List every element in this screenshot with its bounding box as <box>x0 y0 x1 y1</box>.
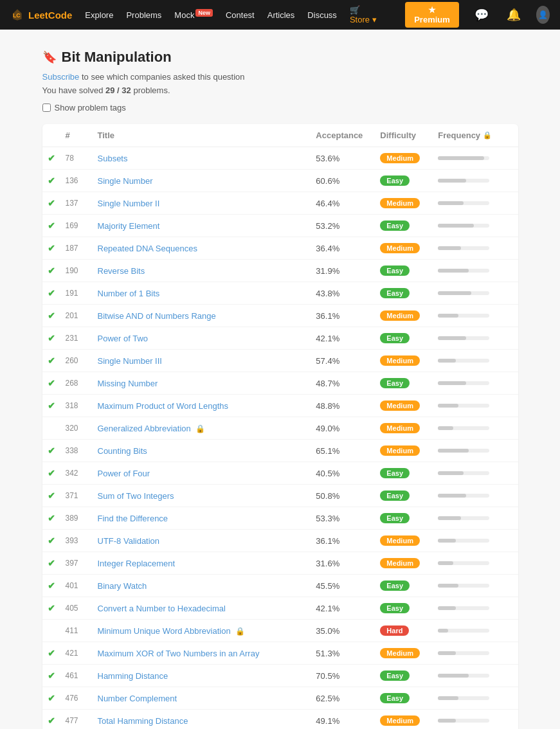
bell-icon[interactable]: 🔔 <box>504 8 523 22</box>
problem-link[interactable]: Minimum Unique Word Abbreviation <box>98 626 231 636</box>
lock-icon: 🔒 <box>235 627 245 636</box>
freq-bar-container <box>438 291 489 295</box>
freq-bar-container <box>438 719 489 723</box>
problem-title-cell: Generalized Abbreviation 🔒 <box>93 417 311 440</box>
difficulty-cell: Medium <box>375 192 433 215</box>
frequency-cell <box>433 170 518 192</box>
premium-button[interactable]: ★ Premium <box>405 2 459 28</box>
difficulty-badge: Easy <box>380 333 410 343</box>
problem-link[interactable]: Counting Bits <box>98 446 147 456</box>
show-tags-checkbox[interactable] <box>42 104 51 112</box>
problem-link[interactable]: UTF-8 Validation <box>98 536 160 546</box>
difficulty-badge: Medium <box>380 198 420 208</box>
acceptance-cell: 60.6% <box>311 170 375 192</box>
problem-number: 136 <box>60 170 93 192</box>
problem-link[interactable]: Binary Watch <box>98 581 147 591</box>
col-header-check <box>42 124 60 147</box>
freq-bar-container <box>438 359 489 363</box>
freq-bar-container <box>438 629 489 633</box>
problem-link[interactable]: Sum of Two Integers <box>98 491 174 501</box>
freq-bar <box>438 404 458 408</box>
nav-articles[interactable]: Articles <box>267 10 295 20</box>
nav-mock[interactable]: MockNew <box>174 10 213 20</box>
difficulty-badge: Medium <box>380 153 420 163</box>
problem-link[interactable]: Reverse Bits <box>98 266 145 276</box>
solved-check-cell: ✔ <box>42 552 60 575</box>
acceptance-cell: 43.8% <box>311 282 375 305</box>
problem-link[interactable]: Single Number III <box>98 356 162 366</box>
acceptance-cell: 49.0% <box>311 417 375 440</box>
difficulty-badge: Easy <box>380 670 410 681</box>
problem-link[interactable]: Single Number <box>98 176 153 186</box>
problem-link[interactable]: Missing Number <box>98 379 158 388</box>
nav-contest[interactable]: Contest <box>226 10 255 20</box>
avatar[interactable]: 👤 <box>536 6 550 24</box>
check-icon: ✔ <box>48 693 55 703</box>
problem-link[interactable]: Subsets <box>98 154 128 163</box>
col-header-title: Title <box>93 124 311 147</box>
problem-link[interactable]: Majority Element <box>98 221 160 231</box>
table-row: ✔ 268 Missing Number 48.7% Easy <box>42 372 518 395</box>
problem-title-cell: Single Number <box>93 170 311 192</box>
nav-explore[interactable]: Explore <box>85 10 113 20</box>
problem-link[interactable]: Bitwise AND of Numbers Range <box>98 311 216 321</box>
nav-discuss[interactable]: Discuss <box>307 10 337 20</box>
difficulty-badge: Easy <box>380 603 410 613</box>
difficulty-cell: Easy <box>375 260 433 282</box>
problem-link[interactable]: Maximum Product of Word Lengths <box>98 401 229 411</box>
problem-title-cell: Power of Two <box>93 327 311 350</box>
solved-check-cell: ✔ <box>42 237 60 260</box>
problem-link[interactable]: Integer Replacement <box>98 559 176 568</box>
problem-link[interactable]: Repeated DNA Sequences <box>98 244 197 253</box>
difficulty-cell: Hard <box>375 620 433 642</box>
difficulty-cell: Easy <box>375 327 433 350</box>
acceptance-cell: 45.5% <box>311 575 375 597</box>
check-icon: ✔ <box>48 446 55 456</box>
col-header-diff: Difficulty <box>375 124 433 147</box>
show-tags-label[interactable]: Show problem tags <box>55 103 126 113</box>
problem-link[interactable]: Maximum XOR of Two Numbers in an Array <box>98 649 260 658</box>
check-icon: ✔ <box>48 513 55 523</box>
problem-link[interactable]: Power of Four <box>98 469 150 478</box>
solved-check-cell: ✔ <box>42 147 60 170</box>
problem-link[interactable]: Power of Two <box>98 334 149 343</box>
problem-title-cell: Missing Number <box>93 372 311 395</box>
freq-bar-container <box>438 471 489 475</box>
problem-link[interactable]: Number Complement <box>98 694 177 703</box>
freq-bar-container <box>438 651 489 655</box>
problem-link[interactable]: Hamming Distance <box>98 671 168 681</box>
table-row: ✔ 338 Counting Bits 65.1% Medium <box>42 440 518 462</box>
difficulty-badge: Medium <box>380 536 420 546</box>
col-header-freq[interactable]: Frequency 🔒 <box>433 124 510 147</box>
nav-store[interactable]: 🛒 Store ▾ <box>350 5 379 24</box>
solved-check-cell <box>42 620 60 642</box>
problem-link[interactable]: Find the Difference <box>98 514 168 523</box>
logo[interactable]: LC LeetCode <box>10 8 72 22</box>
problem-link[interactable]: Total Hamming Distance <box>98 716 188 726</box>
solved-check-cell: ✔ <box>42 372 60 395</box>
difficulty-badge: Easy <box>380 266 410 276</box>
col-header-accept: Acceptance <box>311 124 375 147</box>
frequency-cell <box>433 687 518 710</box>
subscribe-link[interactable]: Subscribe <box>42 72 80 82</box>
frequency-cell <box>433 575 518 597</box>
problem-title-cell: Majority Element <box>93 215 311 237</box>
difficulty-badge: Medium <box>380 558 420 568</box>
solved-check-cell: ✔ <box>42 687 60 710</box>
chat-icon[interactable]: 💬 <box>472 8 491 22</box>
solved-check-cell: ✔ <box>42 215 60 237</box>
table-row: ✔ 401 Binary Watch 45.5% Easy <box>42 575 518 597</box>
check-icon: ✔ <box>48 580 55 591</box>
problem-number: 477 <box>60 710 93 730</box>
nav-problems[interactable]: Problems <box>126 10 161 20</box>
freq-bar <box>438 449 469 453</box>
frequency-cell <box>433 282 518 305</box>
problem-link[interactable]: Number of 1 Bits <box>98 289 160 298</box>
table-row: ✔ 476 Number Complement 62.5% Easy <box>42 687 518 710</box>
solved-check-cell: ✔ <box>42 485 60 507</box>
problem-link[interactable]: Generalized Abbreviation <box>98 424 191 433</box>
problem-link[interactable]: Single Number II <box>98 199 160 208</box>
table-row: ✔ 260 Single Number III 57.4% Medium <box>42 350 518 372</box>
freq-bar-container <box>438 449 489 453</box>
problem-link[interactable]: Convert a Number to Hexadecimal <box>98 604 226 613</box>
